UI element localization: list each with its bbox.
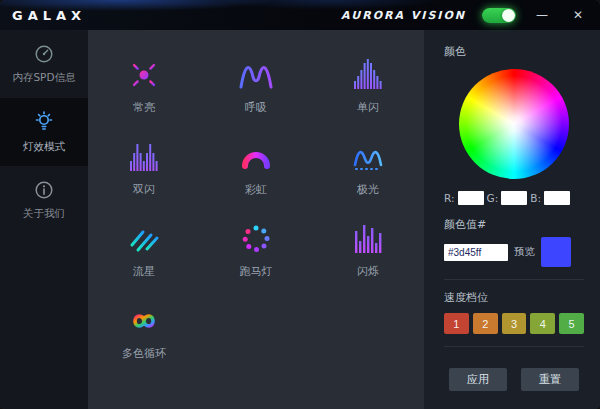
titlebar: GALAX AURORA VISION — ✕ — [0, 0, 600, 30]
mode-marquee[interactable]: 跑马灯 — [200, 208, 312, 290]
infinity-rainbow-icon — [124, 301, 164, 341]
mode-label: 呼吸 — [245, 100, 267, 115]
power-toggle[interactable] — [482, 8, 516, 23]
speed-selector: 1 2 3 4 5 — [444, 313, 584, 347]
toggle-knob-icon — [502, 9, 515, 22]
g-input[interactable] — [501, 191, 527, 205]
rgb-inputs: R: G: B: — [444, 191, 584, 205]
close-button[interactable]: ✕ — [568, 8, 588, 22]
speed-level-5[interactable]: 5 — [559, 313, 584, 334]
preview-label: 预览 — [514, 245, 535, 259]
mode-label: 单闪 — [357, 100, 379, 115]
b-label: B: — [530, 192, 541, 204]
speed-level-4[interactable]: 4 — [530, 313, 555, 334]
mode-breathing[interactable]: 呼吸 — [200, 44, 312, 126]
equalizer-bars-icon — [348, 55, 388, 95]
color-panel: 颜色 R: G: B: 颜色值# 预览 速度档位 1 2 — [424, 30, 600, 409]
mode-double-flash[interactable]: 双闪 — [88, 126, 200, 208]
sidebar: 内存SPD信息 — [0, 30, 88, 409]
sun-icon — [124, 55, 164, 95]
aurora-icon — [348, 137, 388, 177]
sidebar-item-light-modes[interactable]: 灯效模式 — [0, 98, 88, 166]
sidebar-item-about[interactable]: 关于我们 — [0, 166, 88, 234]
g-label: G: — [487, 192, 499, 204]
speed-level-2[interactable]: 2 — [473, 313, 498, 334]
gauge-icon — [33, 43, 55, 65]
sidebar-item-label: 内存SPD信息 — [12, 71, 75, 85]
mode-color-cycle[interactable]: 多色循环 — [88, 290, 200, 372]
mode-rainbow[interactable]: 彩虹 — [200, 126, 312, 208]
speed-level-1[interactable]: 1 — [444, 313, 469, 334]
dot-ring-icon — [236, 219, 276, 259]
color-wheel[interactable] — [459, 69, 569, 179]
sidebar-item-spd-info[interactable]: 内存SPD信息 — [0, 30, 88, 98]
r-label: R: — [444, 192, 455, 204]
mode-label: 闪烁 — [357, 264, 379, 279]
mode-steady[interactable]: 常亮 — [88, 44, 200, 126]
color-preview-swatch — [541, 237, 571, 267]
hex-input[interactable] — [444, 244, 508, 261]
speed-section-title: 速度档位 — [444, 290, 584, 305]
apply-button[interactable]: 应用 — [449, 368, 507, 391]
color-section-title: 颜色 — [444, 44, 584, 59]
mode-label: 跑马灯 — [240, 264, 273, 279]
flicker-bars-icon — [348, 219, 388, 259]
rainbow-arc-icon — [236, 137, 276, 177]
app-title: AURORA VISION — [341, 9, 466, 22]
bulb-icon — [32, 110, 56, 134]
info-icon — [33, 179, 55, 201]
mode-grid: 常亮 呼吸 — [88, 44, 424, 372]
mode-label: 彩虹 — [245, 182, 267, 197]
app-window: GALAX AURORA VISION — ✕ 内存SPD信息 — [0, 0, 600, 409]
mode-single-flash[interactable]: 单闪 — [312, 44, 424, 126]
hex-label: 颜色值# — [444, 217, 584, 232]
b-input[interactable] — [544, 191, 570, 205]
action-buttons: 应用 重置 — [444, 368, 584, 395]
sidebar-item-label: 灯效模式 — [23, 140, 65, 154]
speed-level-3[interactable]: 3 — [502, 313, 527, 334]
mode-label: 多色循环 — [122, 346, 166, 361]
meteor-icon — [124, 219, 164, 259]
mode-label: 流星 — [133, 264, 155, 279]
galax-logo: GALAX — [12, 8, 86, 23]
hex-row: 预览 — [444, 237, 584, 280]
mode-panel: 常亮 呼吸 — [88, 30, 424, 409]
mode-flicker[interactable]: 闪烁 — [312, 208, 424, 290]
mode-aurora[interactable]: 极光 — [312, 126, 424, 208]
r-input[interactable] — [458, 191, 484, 205]
sidebar-item-label: 关于我们 — [23, 207, 65, 221]
reset-button[interactable]: 重置 — [521, 368, 579, 391]
double-bars-icon — [124, 137, 164, 177]
mode-label: 常亮 — [133, 100, 155, 115]
wave-icon — [236, 55, 276, 95]
mode-label: 极光 — [357, 182, 379, 197]
minimize-button[interactable]: — — [532, 8, 552, 22]
mode-label: 双闪 — [133, 182, 155, 197]
mode-meteor[interactable]: 流星 — [88, 208, 200, 290]
